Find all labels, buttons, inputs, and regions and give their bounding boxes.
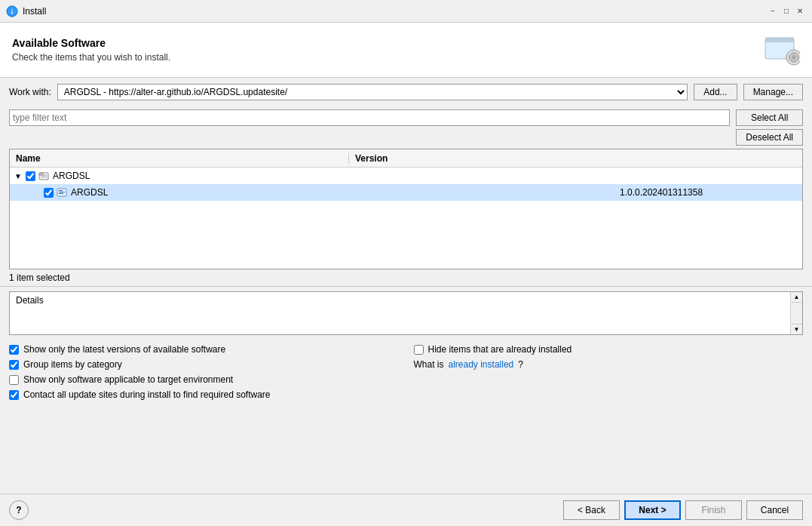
item-icon [56,186,68,198]
window-controls: − □ ✕ [767,5,806,17]
bottom-bar: ? < Back Next > Finish Cancel [0,494,812,526]
header-area: Available Software Check the items that … [0,23,812,78]
maximize-button[interactable]: □ [780,5,792,17]
svg-rect-13 [59,192,65,192]
option-row-3: Show only software applicable to target … [9,374,399,385]
option-checkbox-2[interactable] [9,360,19,370]
table-row[interactable]: ARGDSL 1.0.0.202401311358 [10,184,802,201]
titlebar: i Install − □ ✕ [0,0,812,23]
filter-area: Select All Deselect All [0,106,812,149]
table-area: Name Version ▼ [9,149,803,269]
status-text: 1 item selected [9,272,70,283]
option-row-4: Contact all update sites during install … [9,389,399,400]
help-button[interactable]: ? [9,500,29,520]
svg-rect-12 [59,190,63,191]
option-label-1: Show only the latest versions of availab… [23,344,225,355]
scroll-down-arrow[interactable]: ▼ [792,324,802,334]
close-button[interactable]: ✕ [794,5,806,17]
table-row[interactable]: ▼ ARGDSL [10,168,802,184]
cancel-button[interactable]: Cancel [746,500,803,520]
svg-point-6 [792,55,796,60]
svg-rect-14 [59,193,63,194]
back-button[interactable]: < Back [563,500,620,520]
window-title: Install [23,6,767,17]
option-label-3: Show only software applicable to target … [23,374,233,385]
item-checkbox[interactable] [44,188,54,198]
svg-text:i: i [11,8,14,16]
next-button[interactable]: Next > [624,500,681,520]
app-icon: i [6,5,18,17]
svg-rect-10 [41,177,47,177]
option-checkbox-1[interactable] [9,345,19,355]
finish-button[interactable]: Finish [685,500,742,520]
already-installed-prefix: What is [414,359,444,370]
category-label: ARGDSL [53,171,614,181]
software-table: Name Version ▼ [9,149,803,269]
option-row-2: Group items by category [9,359,399,370]
option-row-1: Show only the latest versions of availab… [9,344,399,355]
select-all-button[interactable]: Select All [736,109,803,126]
details-label: Details [10,292,802,309]
col-name-header: Name [10,153,349,164]
col-version-header: Version [349,153,802,164]
scroll-up-arrow[interactable]: ▲ [792,292,802,303]
add-button[interactable]: Add... [694,84,737,100]
options-section: Show only the latest versions of availab… [0,338,812,406]
page-subtitle: Check the items that you wish to install… [12,52,170,63]
item-version: 1.0.0.202401311358 [614,187,802,198]
table-header: Name Version [10,149,802,168]
svg-rect-3 [765,38,794,42]
details-scrollbar: ▲ ▼ [790,292,802,334]
deselect-all-button[interactable]: Deselect All [736,129,803,146]
details-section: Details ▲ ▼ [9,291,803,335]
options-right: Hide items that are already installed Wh… [414,344,804,400]
svg-rect-9 [41,175,47,176]
item-label: ARGDSL [71,187,614,198]
option-row-5: Hide items that are already installed [414,344,804,355]
work-with-row: Work with: ARGDSL - https://alter-ar.git… [0,78,812,106]
work-with-label: Work with: [9,87,51,97]
svg-rect-8 [39,173,43,175]
option-label-5: Hide items that are already installed [428,344,572,355]
header-icon [764,32,800,68]
options-grid: Show only the latest versions of availab… [9,344,803,400]
already-installed-suffix: ? [518,359,523,370]
filter-input[interactable] [9,109,730,126]
select-buttons: Select All Deselect All [736,109,803,146]
header-text: Available Software Check the items that … [12,37,170,63]
option-checkbox-4[interactable] [9,390,19,400]
page-title: Available Software [12,37,170,49]
separator-1 [0,286,812,287]
options-left: Show only the latest versions of availab… [9,344,399,400]
option-row-6: What is already installed ? [414,359,804,370]
category-icon [38,170,50,182]
manage-button[interactable]: Manage... [743,84,803,100]
option-label-2: Group items by category [23,359,122,370]
option-checkbox-3[interactable] [9,375,19,385]
minimize-button[interactable]: − [767,5,779,17]
dialog-content: Available Software Check the items that … [0,23,812,526]
option-checkbox-5[interactable] [414,345,424,355]
work-with-select[interactable]: ARGDSL - https://alter-ar.github.io/ARGD… [57,84,688,100]
table-body: ▼ ARGDSL [10,168,802,269]
option-label-4: Contact all update sites during install … [23,389,271,400]
expand-icon[interactable]: ▼ [13,170,23,182]
status-bar: 1 item selected [0,269,812,286]
already-installed-link[interactable]: already installed [449,359,514,370]
category-checkbox[interactable] [26,171,35,181]
